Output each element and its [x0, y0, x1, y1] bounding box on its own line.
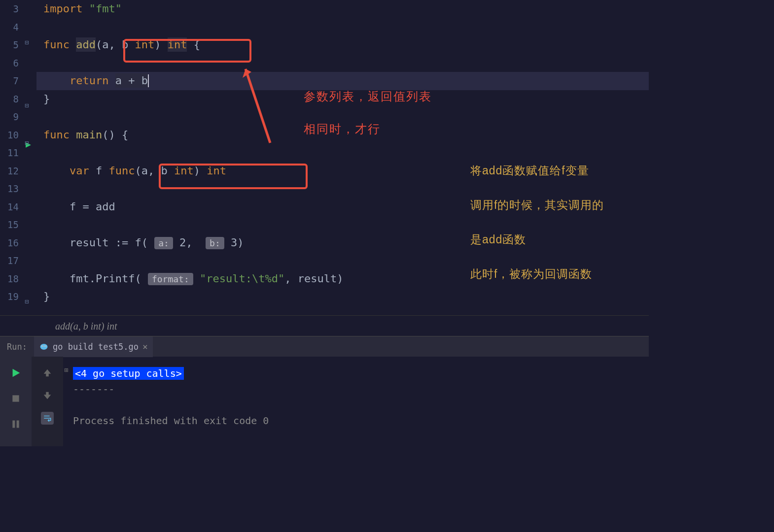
close-icon[interactable]: ×: [142, 341, 148, 352]
keyword: import: [43, 2, 82, 15]
text: result := f(: [70, 236, 154, 249]
console-output[interactable]: <4 go setup calls> ------- Process finis…: [63, 357, 649, 446]
run-label: Run:: [0, 342, 34, 352]
arrow-up-icon[interactable]: [41, 366, 54, 379]
svg-point-2: [40, 344, 47, 350]
type: int: [135, 38, 154, 51]
wrap-icon[interactable]: [41, 412, 54, 425]
console-text: -------: [73, 383, 114, 395]
line-number: 17: [0, 252, 19, 270]
run-icon[interactable]: [9, 366, 22, 379]
editor-area: 3 4 5 6 7 8 9 10 11 12 13 14 15 16 17 18…: [0, 0, 649, 315]
param-hint: b:: [206, 237, 224, 249]
svg-rect-8: [12, 395, 19, 401]
expr: a + b: [115, 73, 148, 88]
code-line: func add(a, b int) int {: [36, 36, 649, 54]
console-fold-region[interactable]: <4 go setup calls>: [73, 367, 184, 380]
stop-icon[interactable]: [9, 392, 22, 405]
run-panel-header: Run: go build test5.go ×: [0, 336, 649, 357]
line-number: 15: [0, 216, 19, 234]
code-line: [36, 144, 649, 162]
console-area: <4 go setup calls> ------- Process finis…: [0, 357, 649, 446]
string: "fmt": [89, 2, 122, 15]
code-line: }: [36, 288, 649, 306]
code-line: [36, 216, 649, 234]
keyword: func: [43, 38, 70, 51]
param-hint: format:: [148, 273, 193, 285]
svg-point-6: [45, 345, 46, 346]
keyword: var: [70, 165, 89, 177]
line-number: 9: [0, 108, 19, 126]
code-line: [36, 18, 649, 36]
line-number: 16: [0, 234, 19, 252]
text: f = add: [70, 200, 115, 213]
arrow-down-icon[interactable]: [41, 389, 54, 402]
console-exit-message: Process finished with exit code 0: [73, 415, 269, 427]
code-line: [36, 180, 649, 198]
run-tab-label: go build test5.go: [53, 342, 139, 352]
line-number: 10: [0, 126, 19, 144]
svg-marker-7: [13, 369, 20, 377]
fold-end-icon[interactable]: ⊟: [25, 101, 29, 109]
svg-rect-9: [12, 421, 15, 428]
code-line: [36, 54, 649, 72]
func-name: main: [76, 129, 102, 141]
go-file-icon: [39, 342, 49, 351]
breadcrumb[interactable]: add(a, b int) int: [0, 315, 649, 336]
brace: {: [187, 38, 200, 51]
line-gutter: 3 4 5 6 7 8 9 10 11 12 13 14 15 16 17 18…: [0, 0, 24, 315]
annotation-red: 参数列表，返回值列表: [304, 88, 432, 106]
line-number: 4: [0, 18, 19, 36]
fold-column: ▶ ⊟ ⊟ ⊟ ⊟: [24, 0, 36, 315]
params: (a, b: [96, 38, 135, 51]
line-number: 11: [0, 144, 19, 162]
params: (a, b: [135, 165, 174, 177]
line-number: 6: [0, 54, 19, 72]
run-tab[interactable]: go build test5.go ×: [34, 336, 153, 357]
type: int: [168, 37, 187, 52]
line-number: 12: [0, 162, 19, 180]
brace: }: [43, 290, 50, 302]
line-number: 5: [0, 36, 19, 54]
line-number: 14: [0, 198, 19, 216]
param-hint: a:: [154, 237, 173, 249]
keyword: func: [108, 165, 135, 177]
keyword: func: [43, 129, 70, 141]
text-cursor: [148, 74, 149, 87]
paren: ): [194, 165, 207, 177]
type: int: [174, 165, 194, 177]
annotation-gold: 此时f，被称为回调函数: [470, 265, 592, 283]
type: int: [207, 165, 226, 177]
text: [193, 272, 200, 285]
ident: f: [89, 165, 109, 177]
text: fmt.Printf(: [70, 272, 148, 285]
fold-toggle-icon[interactable]: ⊟: [25, 139, 29, 147]
line-number: 7: [0, 72, 19, 90]
annotation-gold: 调用f的时候，其实调用的: [470, 196, 604, 214]
text: 3): [224, 236, 244, 249]
text: 2,: [173, 236, 206, 249]
line-number: 18: [0, 270, 19, 288]
pause-icon[interactable]: [9, 418, 22, 431]
string: "result:\t%d": [200, 272, 284, 285]
annotation-red: 相同时，才行: [304, 120, 381, 138]
console-toolbar-nav: [32, 357, 63, 446]
svg-rect-10: [17, 421, 19, 428]
fold-end-icon[interactable]: ⊟: [25, 298, 29, 305]
func-name: add: [76, 37, 96, 52]
paren: ): [154, 38, 168, 51]
annotation-gold: 将add函数赋值给f变量: [470, 162, 589, 180]
line-number: 8: [0, 90, 19, 108]
brace: }: [43, 93, 50, 105]
console-toolbar-left: [0, 357, 32, 446]
line-number: 13: [0, 180, 19, 198]
code-column[interactable]: import "fmt" func add(a, b int) int { re…: [36, 0, 649, 315]
line-number: 3: [0, 0, 19, 18]
line-number: 19: [0, 288, 19, 306]
expand-icon[interactable]: ⊞: [64, 366, 68, 374]
code-line: result := f( a: 2, b: 3): [36, 234, 649, 252]
fold-toggle-icon[interactable]: ⊟: [25, 38, 29, 46]
text: () {: [102, 129, 128, 141]
code-line: import "fmt": [36, 0, 649, 18]
svg-point-5: [42, 345, 43, 346]
